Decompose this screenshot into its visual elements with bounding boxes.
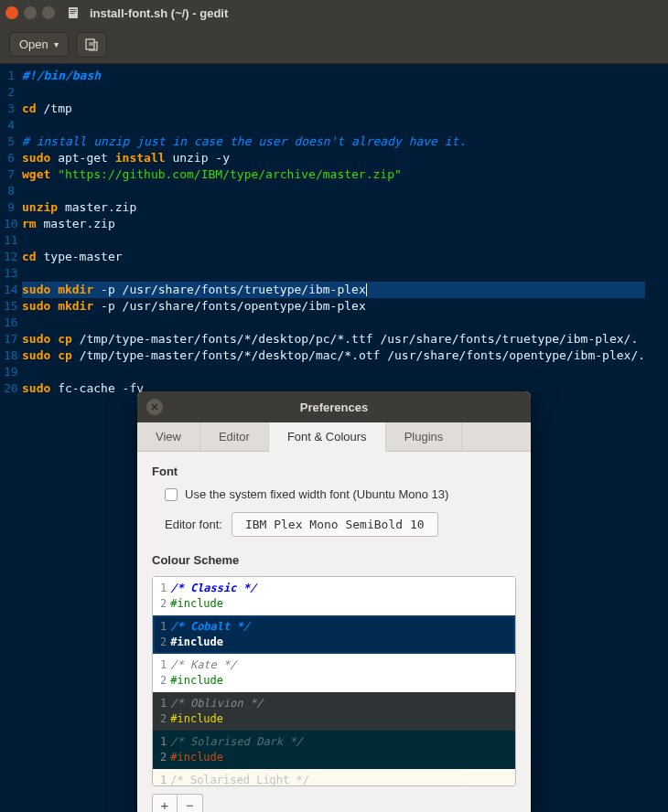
scheme-classic[interactable]: 1/* Classic */2#include: [153, 577, 515, 615]
line-number: 12: [4, 249, 15, 265]
toolbar: Open ▾: [0, 26, 668, 64]
code-line[interactable]: [22, 364, 645, 380]
line-number: 13: [4, 265, 15, 282]
system-font-checkbox[interactable]: [165, 488, 178, 501]
editor-font-label: Editor font:: [165, 518, 222, 531]
line-number: 8: [4, 183, 15, 199]
code-line[interactable]: # install unzip just in case the user do…: [22, 134, 645, 150]
window-minimize-button[interactable]: [24, 6, 37, 19]
line-number-gutter: 1234567891011121314151617181920: [0, 64, 18, 397]
code-area[interactable]: #!/bin/bash cd /tmp # install unzip just…: [18, 64, 645, 397]
code-line[interactable]: [22, 315, 645, 331]
code-editor[interactable]: 1234567891011121314151617181920 #!/bin/b…: [0, 64, 668, 397]
code-line[interactable]: cd type-master: [22, 249, 645, 265]
line-number: 17: [4, 331, 15, 347]
line-number: 19: [4, 364, 15, 380]
colour-scheme-list[interactable]: 1/* Classic */2#include 1/* Cobalt */2#i…: [152, 576, 516, 786]
line-number: 9: [4, 199, 15, 216]
line-number: 7: [4, 166, 15, 183]
line-number: 2: [4, 84, 15, 101]
new-tab-button[interactable]: [76, 32, 107, 58]
text-cursor: [366, 283, 367, 296]
line-number: 4: [4, 117, 15, 134]
dialog-title: Preferences: [172, 401, 496, 414]
add-scheme-button[interactable]: +: [152, 794, 178, 812]
dialog-tabs: ViewEditorFont & ColoursPlugins: [137, 422, 531, 452]
code-line[interactable]: sudo cp /tmp/type-master/fonts/*/desktop…: [22, 331, 645, 347]
remove-scheme-button[interactable]: −: [178, 794, 203, 812]
system-font-checkbox-row[interactable]: Use the system fixed width font (Ubuntu …: [152, 487, 516, 501]
tab-font-colours[interactable]: Font & Colours: [269, 422, 386, 452]
window-titlebar: install-font.sh (~/) - gedit: [0, 0, 668, 26]
chevron-down-icon: ▾: [54, 39, 59, 49]
code-line[interactable]: #!/bin/bash: [22, 68, 645, 84]
scheme-sollight[interactable]: 1/* Solarised Light */: [153, 769, 515, 785]
line-number: 10: [4, 216, 15, 232]
app-icon: [66, 5, 81, 20]
scheme-cobalt[interactable]: 1/* Cobalt */2#include: [153, 615, 515, 654]
window-maximize-button[interactable]: [42, 6, 55, 19]
open-button[interactable]: Open ▾: [9, 32, 69, 57]
code-line[interactable]: [22, 183, 645, 199]
system-font-checkbox-label: Use the system fixed width font (Ubuntu …: [185, 487, 448, 501]
svg-rect-3: [70, 13, 75, 14]
font-section-label: Font: [152, 465, 516, 478]
code-line[interactable]: rm master.zip: [22, 216, 645, 232]
scheme-soldark[interactable]: 1/* Solarised Dark */2#include: [153, 731, 515, 769]
code-line[interactable]: sudo apt-get install unzip -y: [22, 150, 645, 166]
scheme-buttons: + −: [152, 794, 516, 812]
line-number: 11: [4, 232, 15, 249]
code-line[interactable]: wget "https://github.com/IBM/type/archiv…: [22, 166, 645, 183]
code-line[interactable]: [22, 232, 645, 249]
line-number: 18: [4, 347, 15, 364]
svg-rect-2: [70, 11, 77, 12]
line-number: 16: [4, 315, 15, 331]
editor-font-row: Editor font: IBM Plex Mono SemiBold 10: [152, 512, 516, 537]
open-button-label: Open: [19, 37, 48, 51]
colour-scheme-label: Colour Scheme: [152, 553, 516, 567]
code-line[interactable]: sudo mkdir -p /usr/share/fonts/opentype/…: [22, 298, 645, 315]
code-line[interactable]: cd /tmp: [22, 101, 645, 117]
tab-view[interactable]: View: [137, 422, 200, 451]
code-line[interactable]: sudo cp /tmp/type-master/fonts/*/desktop…: [22, 347, 645, 364]
code-line[interactable]: sudo mkdir -p /usr/share/fonts/truetype/…: [22, 282, 645, 298]
code-line[interactable]: unzip master.zip: [22, 199, 645, 216]
tab-editor[interactable]: Editor: [200, 422, 269, 451]
tab-plugins[interactable]: Plugins: [386, 422, 463, 451]
line-number: 15: [4, 298, 15, 315]
line-number: 1: [4, 68, 15, 84]
dialog-body: Font Use the system fixed width font (Ub…: [137, 452, 531, 812]
scheme-oblivion[interactable]: 1/* Oblivion */2#include: [153, 692, 515, 731]
code-line[interactable]: [22, 117, 645, 134]
editor-font-button[interactable]: IBM Plex Mono SemiBold 10: [232, 512, 438, 537]
window-title: install-font.sh (~/) - gedit: [90, 6, 228, 20]
dialog-header: Preferences: [137, 391, 531, 422]
line-number: 20: [4, 380, 15, 397]
window-close-button[interactable]: [5, 6, 18, 19]
dialog-close-button[interactable]: [146, 399, 163, 415]
code-line[interactable]: [22, 265, 645, 282]
line-number: 3: [4, 101, 15, 117]
code-line[interactable]: [22, 84, 645, 101]
svg-rect-1: [70, 9, 77, 10]
scheme-kate[interactable]: 1/* Kate */2#include: [153, 654, 515, 692]
line-number: 6: [4, 150, 15, 166]
preferences-dialog: Preferences ViewEditorFont & ColoursPlug…: [137, 391, 531, 812]
line-number: 14: [4, 282, 15, 298]
line-number: 5: [4, 134, 15, 150]
